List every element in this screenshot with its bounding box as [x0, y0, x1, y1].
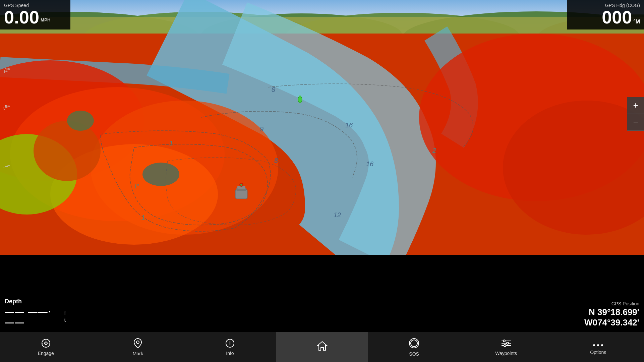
svg-point-55 [504, 345, 506, 347]
map-view[interactable]: 1ᵐ 5ᵐ - ᵐ 9 16 8 16 12 1 1 2 .1" 8 [0, 0, 644, 255]
svg-point-57 [597, 344, 599, 346]
svg-point-17 [142, 163, 179, 186]
svg-text:i: i [229, 341, 231, 346]
svg-rect-7 [0, 17, 644, 35]
svg-point-25 [299, 96, 301, 98]
nav-item-sos[interactable]: SOS [368, 332, 460, 362]
svg-rect-19 [235, 189, 247, 199]
gps-position-panel: GPS Position N 39°18.699' W074°39.342' [557, 298, 644, 332]
waypoints-icon [501, 339, 512, 349]
gps-position-label: GPS Position [562, 301, 639, 306]
svg-point-45 [411, 340, 417, 347]
svg-text:16: 16 [366, 160, 374, 168]
nav-item-waypoints[interactable]: Waypoints [460, 332, 552, 362]
gps-speed-unit: MPH [41, 18, 51, 24]
mark-icon [133, 338, 142, 350]
info-icon: i [225, 339, 235, 349]
nav-item-home[interactable] [276, 332, 368, 362]
nav-item-info[interactable]: i Info [184, 332, 276, 362]
sos-icon [409, 338, 419, 350]
gps-heading-panel: GPS Hdg (COG) 000 °M [567, 0, 644, 29]
svg-text:16: 16 [345, 121, 353, 129]
gps-heading-unit: °M [633, 19, 640, 25]
svg-point-41 [136, 341, 139, 344]
depth-unit: f t [64, 310, 66, 324]
svg-text:1: 1 [169, 139, 173, 147]
depth-value: —— ——·—— [5, 306, 62, 328]
depth-panel: Depth —— ——·—— f t [0, 295, 70, 332]
gps-speed-unit-top: MPH [41, 17, 51, 22]
nav-label-options: Options [590, 350, 606, 355]
gps-position-lon: W074°39.342' [562, 317, 639, 328]
svg-point-53 [503, 340, 505, 342]
engage-icon [41, 339, 51, 349]
svg-text:8: 8 [274, 157, 278, 164]
nav-label-info: Info [226, 351, 234, 356]
zoom-out-button[interactable]: − [627, 114, 644, 131]
nav-item-engage[interactable]: Engage [0, 332, 92, 362]
nav-item-options[interactable]: Options [552, 332, 644, 362]
svg-text:.1": .1" [132, 184, 139, 189]
nav-label-sos: SOS [409, 351, 419, 357]
home-icon [317, 341, 328, 352]
gps-position-lat: N 39°18.699' [562, 307, 639, 317]
zoom-controls: + − [627, 97, 644, 131]
svg-text:9: 9 [260, 125, 264, 133]
options-icon [593, 340, 603, 348]
svg-text:12: 12 [334, 211, 341, 219]
nav-bar: Engage Mark i Info [0, 332, 644, 362]
scale-1m: 1ᵐ [3, 70, 8, 74]
nav-item-mark[interactable]: Mark [92, 332, 184, 362]
svg-text:8: 8 [272, 86, 275, 93]
scale-5m: 5ᵐ [3, 106, 8, 111]
svg-text:2: 2 [432, 147, 436, 154]
svg-point-54 [507, 342, 509, 344]
gps-speed-value: 0.00 [4, 8, 39, 26]
svg-text:1: 1 [141, 214, 145, 221]
nav-label-mark: Mark [133, 351, 143, 356]
depth-label: Depth [5, 298, 66, 305]
zoom-in-button[interactable]: + [627, 97, 644, 114]
gps-heading-value: 000 [602, 8, 632, 26]
scale-m: - ᵐ [3, 165, 8, 170]
nav-label-engage: Engage [38, 351, 54, 356]
svg-point-23 [240, 184, 242, 186]
svg-point-56 [593, 344, 595, 346]
svg-point-58 [601, 344, 603, 346]
nav-label-waypoints: Waypoints [495, 351, 517, 356]
svg-point-16 [34, 121, 101, 181]
svg-point-18 [67, 111, 94, 131]
gps-speed-panel: GPS Speed 0.00 MPH [0, 0, 70, 29]
